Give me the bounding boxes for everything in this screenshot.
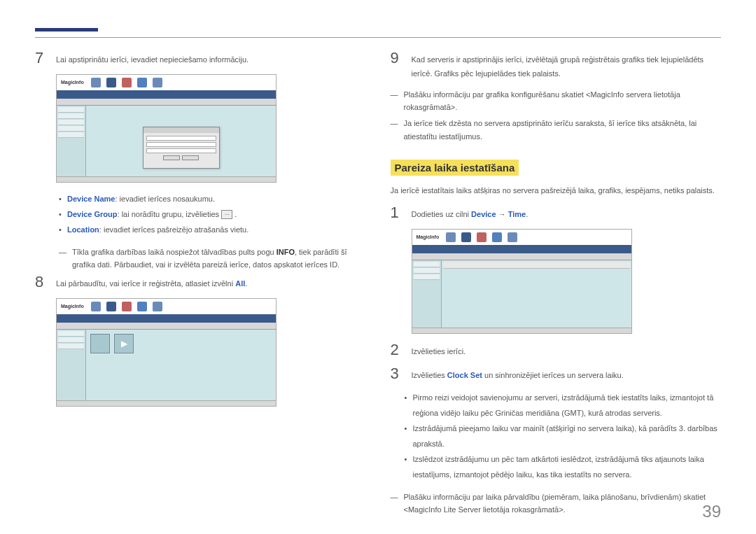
step-number: 3 (391, 366, 402, 381)
step-text-prefix: Dodieties uz cilni (412, 210, 472, 218)
device-name-text: : ievadiet ierīces nosaukumu. (115, 195, 215, 203)
toolbar-icon (153, 78, 162, 87)
header-divider (35, 37, 721, 38)
screenshot-subtabs (412, 253, 631, 260)
dash-marker: ― (391, 88, 398, 114)
step-number: 9 (391, 50, 402, 66)
modal-ok-button (163, 155, 180, 160)
toolbar-icons (446, 232, 517, 242)
device-tile (90, 334, 110, 353)
sidebar-mini-item (58, 337, 84, 343)
location-text: : ievadiet ierīces pašreizējo atrašanās … (99, 225, 248, 234)
screenshot-sidebar (412, 260, 442, 333)
step-3: 3 Izvēlieties Clock Set un sinhronizējie… (391, 366, 722, 383)
dash-marker: ― (59, 246, 66, 272)
step-text: Lai pārbaudītu, vai ierīce ir reģistrēta… (56, 274, 366, 291)
right-column: 9 Kad serveris ir apstiprinājis ierīci, … (391, 50, 722, 519)
note-prefix: Tīkla grafika darbības laikā nospiežot t… (72, 248, 276, 256)
time-setting-bullets: Pirmo reizi veidojot savienojumu ar serv… (405, 390, 722, 482)
sidebar-mini-item (58, 344, 84, 349)
toolbar-icon (106, 78, 116, 87)
screenshot-sidebar (57, 106, 86, 182)
arrow: → (496, 210, 508, 218)
step-text-suffix: . (526, 210, 528, 218)
all-label: All (235, 279, 245, 288)
note-text: Ja ierīce tiek dzēsta no servera apstipr… (404, 117, 722, 143)
modal-field (146, 142, 216, 147)
modal-title (144, 127, 219, 133)
step-2: 2 Izvēlieties ierīci. (391, 342, 722, 359)
sidebar-mini-item (414, 268, 440, 274)
device-name-label: Device Name (67, 195, 115, 203)
toolbar-icon (106, 302, 116, 311)
note-text: Plašāku informāciju par laika pārvaldību… (404, 491, 722, 517)
step-text: Dodieties uz cilni Device → Time. (412, 205, 722, 222)
two-column-layout: 7 Lai apstiprinātu ierīci, ievadiet nepi… (35, 50, 721, 519)
bullet-restart-restore: Izslēdzot izstrādājumu un pēc tam atkārt… (405, 451, 722, 482)
sidebar-mini-item (58, 132, 84, 138)
toolbar-icons (91, 302, 162, 311)
device-tile-play: ▶ (114, 334, 134, 353)
bullet-location: Location: ievadiet ierīces pašreizējo at… (59, 222, 366, 237)
approve-modal (143, 127, 220, 169)
step-text-suffix: un sinhronizējiet ierīces un servera lai… (482, 371, 624, 379)
toolbar-icon (137, 78, 147, 87)
screenshot-body: ▶ (86, 330, 276, 406)
step-number: 7 (35, 50, 46, 66)
device-info-bullets: Device Name: ievadiet ierīces nosaukumu.… (59, 191, 366, 237)
location-label: Location (67, 225, 99, 234)
screenshot-footer (57, 176, 276, 182)
bullet-device-name: Device Name: ievadiet ierīces nosaukumu. (59, 191, 366, 206)
sidebar-mini-item (58, 120, 84, 125)
bullet-device-group: Device Group: lai norādītu grupu, izvēli… (59, 206, 366, 222)
modal-cancel-button (182, 155, 199, 160)
sidebar-mini-item (58, 331, 84, 337)
note-graphic-config: ― Plašāku informāciju par grafika konfig… (391, 88, 722, 114)
toolbar-icon (153, 302, 162, 311)
dash-marker: ― (391, 117, 398, 143)
screenshot-header: MagicInfo (57, 75, 276, 90)
screenshot-tabbar (57, 314, 276, 323)
heading-description: Ja ierīcē iestatītais laiks atšķiras no … (391, 184, 722, 198)
ellipsis-icon: ⋯ (221, 210, 232, 219)
screenshot-sidebar (57, 330, 86, 406)
toolbar-icon (507, 232, 517, 242)
screenshot-tabbar (57, 90, 276, 99)
step-text-prefix: Izvēlieties (412, 371, 447, 379)
step-number: 1 (391, 205, 402, 220)
app-logo: MagicInfo (416, 234, 440, 239)
toolbar-icon (122, 302, 132, 311)
bullet-change-time: Izstrādājumā pieejamo laiku var mainīt (… (405, 421, 722, 451)
device-label: Device (471, 210, 496, 218)
info-label: INFO (276, 248, 295, 256)
toolbar-icon (477, 232, 486, 242)
dash-marker: ― (391, 491, 398, 517)
sidebar-mini-item (58, 126, 84, 132)
screenshot-subtabs (57, 323, 276, 330)
toolbar-icon (91, 78, 101, 87)
time-label: Time (508, 210, 526, 218)
step-text-suffix: . (245, 279, 247, 288)
toolbar-icon (461, 232, 471, 242)
note-text: Plašāku informāciju par grafika konfigur… (404, 88, 722, 114)
step-text: Izvēlieties ierīci. (412, 342, 722, 359)
screenshot-device-approve: MagicInfo (56, 74, 276, 183)
app-logo: MagicInfo (61, 80, 84, 85)
toolbar-icon (122, 78, 132, 87)
note-text: Tīkla grafika darbības laikā nospiežot t… (72, 246, 366, 272)
screenshot-footer (412, 328, 631, 333)
note-device-delete: ― Ja ierīce tiek dzēsta no servera apsti… (391, 117, 722, 143)
step-9: 9 Kad serveris ir apstiprinājis ierīci, … (391, 50, 722, 81)
screenshot-subtabs (57, 99, 276, 106)
toolbar-icon (446, 232, 456, 242)
step-text: Lai apstiprinātu ierīci, ievadiet nepiec… (56, 50, 366, 67)
sidebar-mini-item (58, 113, 84, 119)
app-logo: MagicInfo (61, 304, 84, 309)
sidebar-mini-item (58, 107, 84, 113)
step-1: 1 Dodieties uz cilni Device → Time. (391, 205, 722, 222)
toolbar-icon (137, 302, 147, 311)
section-heading: Pareiza laika iestatīšana (391, 160, 519, 176)
step-number: 8 (35, 274, 46, 290)
screenshot-device-time: MagicInfo (412, 229, 632, 334)
info-note: ― Tīkla grafika darbības laikā nospiežot… (59, 246, 366, 272)
